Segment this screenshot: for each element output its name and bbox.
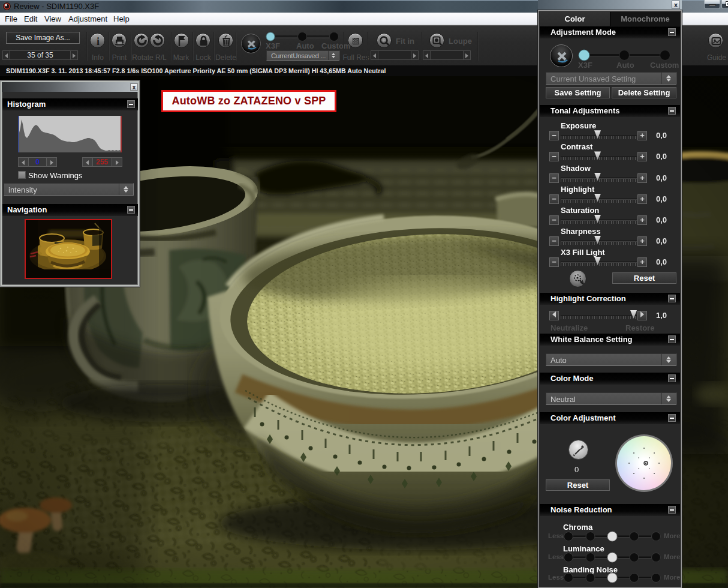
svg-text:i: i: [97, 35, 100, 47]
